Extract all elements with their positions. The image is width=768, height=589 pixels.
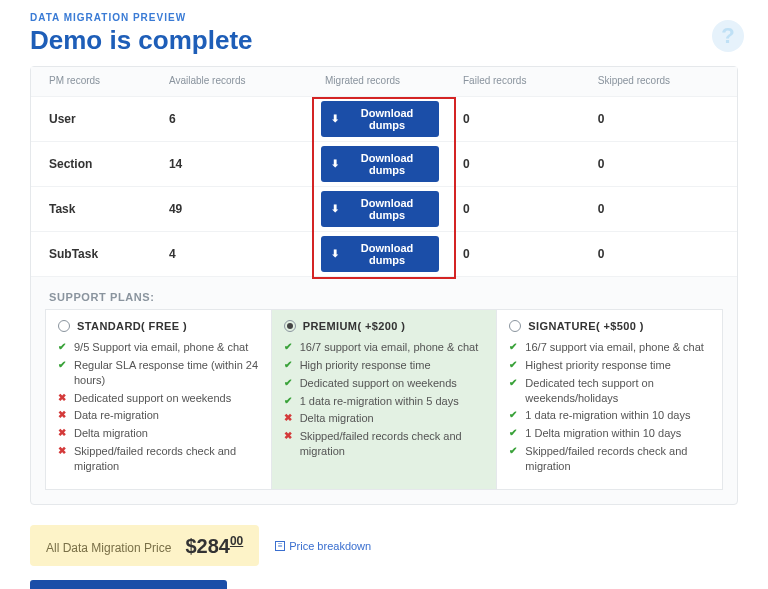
col-failed: Failed records bbox=[453, 67, 588, 97]
check-icon: ✔ bbox=[509, 358, 519, 373]
table-row: Task49⬇Download dumps00 bbox=[31, 187, 737, 232]
plan-card[interactable]: PREMIUM( +$200 )✔16/7 support via email,… bbox=[272, 309, 498, 490]
check-icon: ✔ bbox=[284, 376, 294, 391]
plan-radio[interactable] bbox=[58, 320, 70, 332]
cell-skipped: 0 bbox=[588, 142, 737, 187]
plan-feature-text: 1 data re-migration within 5 days bbox=[300, 394, 459, 409]
download-label: Download dumps bbox=[345, 242, 429, 266]
x-icon: ✖ bbox=[284, 411, 294, 426]
plan-radio[interactable] bbox=[509, 320, 521, 332]
price-breakdown-link[interactable]: ≡ Price breakdown bbox=[275, 540, 371, 552]
plan-feature: ✖Delta migration bbox=[58, 426, 259, 441]
plan-feature-text: 16/7 support via email, phone & chat bbox=[300, 340, 479, 355]
x-icon: ✖ bbox=[58, 444, 68, 474]
cell-failed: 0 bbox=[453, 232, 588, 277]
plan-feature: ✔Highest priority response time bbox=[509, 358, 710, 373]
check-icon: ✔ bbox=[284, 358, 294, 373]
plan-radio[interactable] bbox=[284, 320, 296, 332]
check-icon: ✔ bbox=[284, 394, 294, 409]
plan-feature-text: 1 data re-migration within 10 days bbox=[525, 408, 690, 423]
eyebrow: DATA MIGRATION PREVIEW bbox=[30, 12, 738, 23]
download-label: Download dumps bbox=[345, 152, 429, 176]
records-table: PM records Available records Migrated re… bbox=[31, 67, 737, 277]
plan-feature-text: High priority response time bbox=[300, 358, 431, 373]
check-icon: ✔ bbox=[509, 340, 519, 355]
cell-skipped: 0 bbox=[588, 187, 737, 232]
plan-feature: ✔Dedicated support on weekends bbox=[284, 376, 485, 391]
plan-card[interactable]: STANDARD( FREE )✔9/5 Support via email, … bbox=[45, 309, 272, 490]
check-icon: ✔ bbox=[509, 444, 519, 474]
download-dumps-button[interactable]: ⬇Download dumps bbox=[321, 191, 439, 227]
col-migrated: Migrated records bbox=[315, 67, 453, 97]
plan-feature: ✔9/5 Support via email, phone & chat bbox=[58, 340, 259, 355]
plan-feature-text: Skipped/failed records check and migrati… bbox=[74, 444, 259, 474]
col-skipped: Skipped records bbox=[588, 67, 737, 97]
plan-feature-text: Skipped/failed records check and migrati… bbox=[525, 444, 710, 474]
price-whole: $284 bbox=[185, 534, 230, 556]
plan-feature: ✔Skipped/failed records check and migrat… bbox=[509, 444, 710, 474]
plan-feature-text: Regular SLA response time (within 24 hou… bbox=[74, 358, 259, 388]
plan-name: STANDARD( FREE ) bbox=[77, 320, 187, 332]
plan-feature-text: 9/5 Support via email, phone & chat bbox=[74, 340, 248, 355]
plan-feature: ✖Data re-migration bbox=[58, 408, 259, 423]
check-icon: ✔ bbox=[58, 358, 68, 388]
preview-card: PM records Available records Migrated re… bbox=[30, 66, 738, 505]
plan-feature-text: Highest priority response time bbox=[525, 358, 671, 373]
plan-card[interactable]: SIGNATURE( +$500 )✔16/7 support via emai… bbox=[497, 309, 723, 490]
cell-available: 4 bbox=[159, 232, 315, 277]
plan-feature: ✖Skipped/failed records check and migrat… bbox=[58, 444, 259, 474]
x-icon: ✖ bbox=[58, 426, 68, 441]
download-label: Download dumps bbox=[345, 107, 429, 131]
download-icon: ⬇ bbox=[331, 114, 339, 124]
cell-failed: 0 bbox=[453, 187, 588, 232]
cell-failed: 0 bbox=[453, 142, 588, 187]
plan-name: PREMIUM( +$200 ) bbox=[303, 320, 406, 332]
table-row: User6⬇Download dumps00 bbox=[31, 97, 737, 142]
download-dumps-button[interactable]: ⬇Download dumps bbox=[321, 146, 439, 182]
plan-feature-list: ✔16/7 support via email, phone & chat✔Hi… bbox=[284, 340, 485, 459]
cell-migrated: ⬇Download dumps bbox=[315, 232, 453, 277]
price-breakdown-label: Price breakdown bbox=[289, 540, 371, 552]
plan-feature-text: Dedicated support on weekends bbox=[300, 376, 457, 391]
col-records: PM records bbox=[31, 67, 159, 97]
plans-title: SUPPORT PLANS: bbox=[49, 291, 737, 303]
download-icon: ⬇ bbox=[331, 159, 339, 169]
price-value: $28400 bbox=[185, 534, 243, 558]
check-icon: ✔ bbox=[509, 408, 519, 423]
plan-feature: ✔Regular SLA response time (within 24 ho… bbox=[58, 358, 259, 388]
price-label: All Data Migration Price bbox=[46, 541, 171, 555]
x-icon: ✖ bbox=[58, 391, 68, 406]
cell-migrated: ⬇Download dumps bbox=[315, 142, 453, 187]
plan-name: SIGNATURE( +$500 ) bbox=[528, 320, 644, 332]
check-icon: ✔ bbox=[284, 340, 294, 355]
plan-feature: ✔High priority response time bbox=[284, 358, 485, 373]
download-dumps-button[interactable]: ⬇Download dumps bbox=[321, 101, 439, 137]
plan-feature-text: Dedicated support on weekends bbox=[74, 391, 231, 406]
plan-feature: ✖Skipped/failed records check and migrat… bbox=[284, 429, 485, 459]
cell-available: 49 bbox=[159, 187, 315, 232]
download-icon: ⬇ bbox=[331, 204, 339, 214]
plan-feature: ✖Dedicated support on weekends bbox=[58, 391, 259, 406]
plan-feature: ✔1 data re-migration within 10 days bbox=[509, 408, 710, 423]
download-icon: ⬇ bbox=[331, 249, 339, 259]
page-title: Demo is complete bbox=[30, 25, 738, 56]
cell-migrated: ⬇Download dumps bbox=[315, 187, 453, 232]
plan-feature: ✔16/7 support via email, phone & chat bbox=[509, 340, 710, 355]
plan-feature: ✔1 Delta migration within 10 days bbox=[509, 426, 710, 441]
plan-feature-text: Skipped/failed records check and migrati… bbox=[300, 429, 485, 459]
table-row: SubTask4⬇Download dumps00 bbox=[31, 232, 737, 277]
x-icon: ✖ bbox=[284, 429, 294, 459]
help-icon[interactable]: ? bbox=[712, 20, 744, 52]
download-dumps-button[interactable]: ⬇Download dumps bbox=[321, 236, 439, 272]
plan-feature-text: Delta migration bbox=[74, 426, 148, 441]
price-cents: 00 bbox=[230, 534, 243, 548]
check-icon: ✔ bbox=[509, 376, 519, 406]
breakdown-icon: ≡ bbox=[275, 541, 285, 551]
proceed-button[interactable]: Proceed to payment → bbox=[30, 580, 227, 589]
price-pill: All Data Migration Price $28400 bbox=[30, 525, 259, 567]
check-icon: ✔ bbox=[58, 340, 68, 355]
cell-name: User bbox=[31, 97, 159, 142]
plan-feature: ✔16/7 support via email, phone & chat bbox=[284, 340, 485, 355]
plan-feature-list: ✔16/7 support via email, phone & chat✔Hi… bbox=[509, 340, 710, 474]
cell-name: Task bbox=[31, 187, 159, 232]
